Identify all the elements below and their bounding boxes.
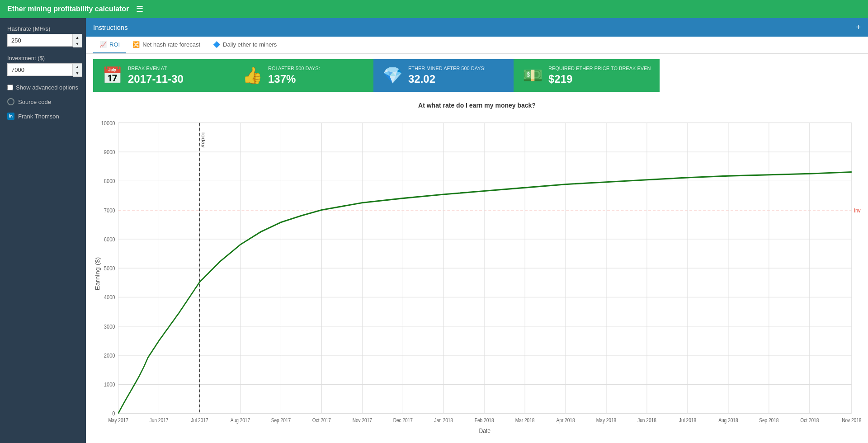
roi-icon: 📈 — [99, 41, 107, 48]
svg-text:1000: 1000 — [104, 381, 115, 388]
required-price-icon: 💵 — [523, 66, 543, 85]
advanced-options-toggle[interactable]: Show advanced options — [7, 84, 79, 91]
svg-text:Jul 2018: Jul 2018 — [679, 417, 696, 423]
roi-card-icon: 👍 — [242, 66, 263, 85]
stat-card-required-price: 💵 REQUIRED ETHER PRICE TO BREAK EVEN $21… — [514, 59, 660, 92]
svg-text:0: 0 — [112, 410, 115, 417]
tab-roi-label: ROI — [109, 41, 120, 48]
svg-text:Dec 2017: Dec 2017 — [393, 417, 413, 423]
break-even-label: BREAK EVEN AT: — [128, 66, 184, 71]
hashrate-input[interactable] — [7, 34, 73, 47]
svg-text:2000: 2000 — [104, 352, 115, 359]
tabs-container: 📈 ROI 🔀 Net hash rate forecast 🔷 Daily e… — [86, 37, 868, 54]
author-link[interactable]: in Frank Thomson — [7, 113, 79, 120]
svg-text:7000: 7000 — [104, 207, 115, 213]
tab-nethash[interactable]: 🔀 Net hash rate forecast — [126, 37, 207, 53]
daily-icon: 🔷 — [213, 41, 220, 48]
chart-svg: Earning ($) 0 1000 — [93, 112, 861, 436]
chart-container: Earning ($) 0 1000 — [93, 112, 861, 436]
instructions-title: Instructions — [93, 24, 128, 31]
stat-card-roi: 👍 ROI AFTER 500 DAYS: 137% — [233, 59, 373, 92]
ether-mined-value: 32.02 — [408, 73, 486, 85]
hashrate-section: Hashrate (MH/s) ▲ ▼ — [7, 25, 79, 47]
tab-roi[interactable]: 📈 ROI — [93, 37, 126, 53]
svg-text:Oct 2017: Oct 2017 — [312, 417, 331, 423]
stat-cards-container: 📅 BREAK EVEN AT: 2017-11-30 👍 ROI AFTER … — [86, 54, 868, 97]
grid-lines: 0 1000 2000 3000 4000 — [101, 120, 861, 417]
tab-daily[interactable]: 🔷 Daily ether to miners — [207, 37, 283, 53]
svg-text:Sep 2018: Sep 2018 — [759, 417, 778, 423]
investment-label: Investment ($) — [7, 55, 79, 61]
roi-value: 137% — [268, 73, 320, 85]
svg-text:10000: 10000 — [101, 120, 115, 127]
investment-spinner: ▲ ▼ — [73, 63, 82, 77]
hashrate-spinner: ▲ ▼ — [73, 34, 82, 47]
sidebar: Hashrate (MH/s) ▲ ▼ Investment ($) ▲ ▼ — [0, 18, 86, 443]
earnings-curve — [118, 172, 852, 414]
hashrate-input-wrapper: ▲ ▼ — [7, 34, 79, 47]
hashrate-up-button[interactable]: ▲ — [73, 34, 82, 41]
svg-text:5000: 5000 — [104, 265, 115, 272]
source-code-label: Source code — [18, 99, 51, 105]
svg-text:May 2017: May 2017 — [108, 417, 128, 423]
svg-text:9000: 9000 — [104, 149, 115, 156]
stat-card-break-even: 📅 BREAK EVEN AT: 2017-11-30 — [93, 59, 233, 92]
required-price-value: $219 — [548, 73, 651, 85]
advanced-options-checkbox[interactable] — [7, 85, 13, 90]
linkedin-icon: in — [7, 113, 14, 120]
ether-mined-icon: 💎 — [382, 66, 403, 85]
tab-daily-label: Daily ether to miners — [223, 41, 277, 48]
instructions-bar: Instructions + — [86, 18, 868, 37]
app-title: Ether mining profitability calculator — [7, 5, 129, 13]
roi-label: ROI AFTER 500 DAYS: — [268, 66, 320, 71]
hashrate-down-button[interactable]: ▼ — [73, 41, 82, 47]
chart-area: At what rate do I earn my money back? Ea… — [86, 97, 868, 443]
svg-text:Sep 2017: Sep 2017 — [271, 417, 291, 423]
break-even-value: 2017-11-30 — [128, 73, 184, 85]
svg-text:Oct 2018: Oct 2018 — [800, 417, 819, 423]
chart-title: At what rate do I earn my money back? — [93, 102, 861, 109]
x-axis-labels: May 2017 Jun 2017 Jul 2017 Aug 2017 Sep … — [108, 417, 861, 423]
svg-text:Aug 2017: Aug 2017 — [231, 417, 250, 423]
today-label: Today — [200, 131, 206, 148]
svg-text:May 2018: May 2018 — [596, 417, 616, 423]
break-even-icon: 📅 — [102, 66, 123, 85]
svg-text:4000: 4000 — [104, 294, 115, 301]
investment-input[interactable] — [7, 63, 73, 76]
hashrate-label: Hashrate (MH/s) — [7, 25, 79, 32]
investment-up-button[interactable]: ▲ — [73, 64, 82, 70]
investment-section: Investment ($) ▲ ▼ — [7, 55, 79, 77]
svg-text:Aug 2018: Aug 2018 — [718, 417, 738, 423]
nethash-icon: 🔀 — [132, 41, 140, 48]
advanced-options-label: Show advanced options — [16, 84, 78, 91]
required-price-label: REQUIRED ETHER PRICE TO BREAK EVEN — [548, 66, 651, 71]
svg-text:Mar 2018: Mar 2018 — [515, 417, 535, 423]
x-axis-label: Date — [479, 427, 491, 434]
ether-mined-label: ETHER MINED AFTER 500 DAYS: — [408, 66, 486, 71]
stat-card-ether-mined: 💎 ETHER MINED AFTER 500 DAYS: 32.02 — [373, 59, 514, 92]
investment-label: Investment — [854, 207, 861, 213]
svg-text:8000: 8000 — [104, 178, 115, 184]
svg-text:Jun 2017: Jun 2017 — [150, 417, 169, 423]
svg-text:Nov 2017: Nov 2017 — [353, 417, 372, 423]
tab-nethash-label: Net hash rate forecast — [142, 41, 200, 48]
instructions-expand-icon[interactable]: + — [856, 23, 861, 32]
content-area: Instructions + 📈 ROI 🔀 Net hash rate for… — [86, 18, 868, 443]
hamburger-icon[interactable]: ☰ — [136, 4, 143, 14]
svg-text:Nov 2018: Nov 2018 — [842, 417, 861, 423]
svg-text:Jun 2018: Jun 2018 — [637, 417, 656, 423]
y-axis-label: Earning ($) — [94, 257, 100, 290]
svg-text:3000: 3000 — [104, 323, 115, 330]
svg-text:6000: 6000 — [104, 236, 115, 243]
source-code-link[interactable]: Source code — [7, 98, 79, 105]
investment-input-wrapper: ▲ ▼ — [7, 63, 79, 77]
author-label: Frank Thomson — [18, 113, 59, 120]
svg-text:Apr 2018: Apr 2018 — [557, 417, 575, 423]
source-code-icon — [7, 98, 14, 105]
svg-text:Feb 2018: Feb 2018 — [475, 417, 494, 423]
svg-text:Jan 2018: Jan 2018 — [434, 417, 453, 423]
svg-text:Jul 2017: Jul 2017 — [191, 417, 208, 423]
investment-down-button[interactable]: ▼ — [73, 70, 82, 76]
